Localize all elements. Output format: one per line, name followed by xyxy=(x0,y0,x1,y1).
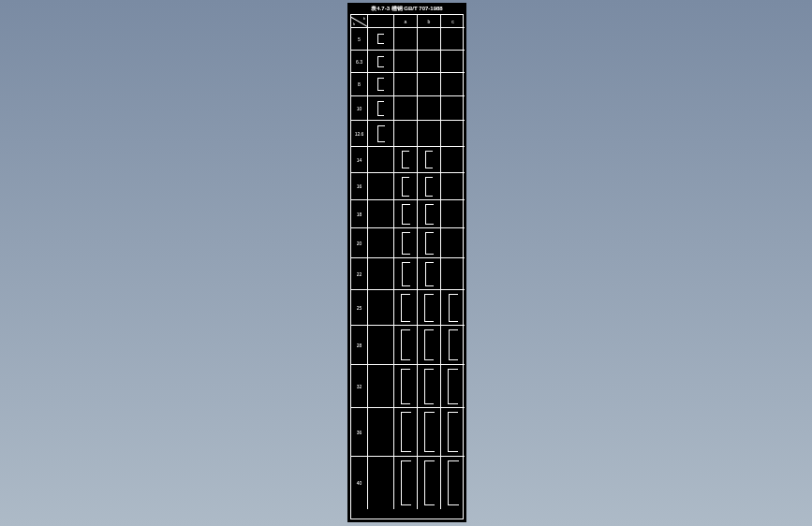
profile-cell xyxy=(368,147,394,173)
channel-profile-icon xyxy=(401,329,410,360)
row-label: 20 xyxy=(357,241,362,246)
channel-profile-icon xyxy=(424,369,434,404)
header-h-label: h xyxy=(353,22,355,26)
profile-cell xyxy=(441,258,465,290)
profile-cell xyxy=(441,228,465,258)
row-label-cell: 25 xyxy=(351,290,368,326)
profile-cell xyxy=(368,28,394,51)
profile-cell xyxy=(368,96,394,121)
profile-cell xyxy=(441,28,465,51)
profile-cell xyxy=(368,200,394,228)
row-label: 14 xyxy=(357,157,362,163)
channel-profile-icon xyxy=(377,125,385,142)
profile-cell xyxy=(394,326,418,365)
profile-cell xyxy=(441,121,465,147)
channel-profile-icon xyxy=(402,177,409,197)
row-label-cell: 20 xyxy=(351,228,368,258)
row-label: 36 xyxy=(357,430,362,435)
profile-cell xyxy=(418,290,441,326)
profile-cell xyxy=(418,326,441,365)
column-header-label: a xyxy=(405,19,407,24)
profile-cell xyxy=(441,173,465,200)
profile-cell xyxy=(441,290,465,326)
row-label-cell: 22 xyxy=(351,258,368,290)
profile-cell xyxy=(368,457,394,509)
profile-cell xyxy=(394,408,418,457)
channel-profile-icon xyxy=(449,294,458,322)
column-header: c xyxy=(441,15,465,28)
profile-cell xyxy=(418,200,441,228)
channel-profile-icon xyxy=(449,329,458,360)
profile-cell xyxy=(418,457,441,509)
profile-cell xyxy=(418,51,441,73)
channel-profile-icon xyxy=(425,177,433,197)
row-label: 8 xyxy=(358,81,361,87)
profile-cell xyxy=(368,258,394,290)
channel-profile-icon xyxy=(377,56,384,67)
channel-profile-icon xyxy=(448,369,458,404)
profile-cell xyxy=(418,28,441,51)
profile-cell xyxy=(394,51,418,73)
row-label-cell: 10 xyxy=(351,96,368,121)
channel-profile-icon xyxy=(401,294,410,322)
profile-cell xyxy=(441,96,465,121)
row-label-cell: 36 xyxy=(351,408,368,457)
row-label: 32 xyxy=(357,384,362,389)
row-label: 10 xyxy=(357,106,362,111)
row-label-cell: 18 xyxy=(351,200,368,228)
profile-cell xyxy=(418,228,441,258)
cad-drawing-panel: 表4.7-3 槽钢 GB/T 707-1988 bhabc56.381012.6… xyxy=(347,3,466,522)
profile-cell xyxy=(441,326,465,365)
profile-cell xyxy=(394,200,418,228)
channel-profile-icon xyxy=(424,412,435,452)
profile-cell xyxy=(418,258,441,290)
profile-cell xyxy=(368,408,394,457)
row-label-cell: 28 xyxy=(351,326,368,365)
channel-profile-icon xyxy=(448,412,458,452)
row-label: 5 xyxy=(358,37,361,42)
row-label: 22 xyxy=(357,271,362,277)
profile-cell xyxy=(394,228,418,258)
channel-steel-table: bhabc56.381012.614161820222528323640 xyxy=(350,14,464,519)
profile-cell xyxy=(394,365,418,408)
row-label: 40 xyxy=(357,480,362,486)
channel-profile-icon xyxy=(402,232,410,255)
profile-cell xyxy=(368,173,394,200)
profile-cell xyxy=(394,121,418,147)
row-label-cell: 32 xyxy=(351,365,368,408)
profile-cell xyxy=(394,96,418,121)
profile-cell xyxy=(418,121,441,147)
channel-profile-icon xyxy=(402,204,410,225)
channel-profile-icon xyxy=(401,412,411,452)
row-label: 28 xyxy=(357,343,362,348)
profile-cell xyxy=(418,96,441,121)
row-label: 6.3 xyxy=(356,59,362,65)
profile-cell xyxy=(418,408,441,457)
column-header xyxy=(368,15,394,28)
profile-cell xyxy=(441,147,465,173)
column-header: b xyxy=(418,15,441,28)
header-b-label: b xyxy=(363,16,365,21)
profile-cell xyxy=(441,200,465,228)
row-label-cell: 8 xyxy=(351,73,368,96)
channel-profile-icon xyxy=(402,262,410,286)
profile-cell xyxy=(441,365,465,408)
profile-cell xyxy=(368,326,394,365)
row-label-cell: 40 xyxy=(351,457,368,509)
profile-cell xyxy=(368,73,394,96)
row-label: 16 xyxy=(357,183,362,189)
profile-cell xyxy=(441,408,465,457)
row-label-cell: 5 xyxy=(351,28,368,51)
channel-profile-icon xyxy=(425,262,434,286)
channel-profile-icon xyxy=(448,460,459,505)
row-label: 18 xyxy=(357,212,362,217)
header-diag-cell: bh xyxy=(351,15,368,28)
profile-cell xyxy=(394,457,418,509)
channel-profile-icon xyxy=(425,232,434,255)
row-label: 12.6 xyxy=(355,131,364,137)
profile-cell xyxy=(418,365,441,408)
channel-profile-icon xyxy=(424,460,435,505)
profile-cell xyxy=(394,290,418,326)
channel-profile-icon xyxy=(402,151,409,168)
row-label: 25 xyxy=(357,305,362,311)
